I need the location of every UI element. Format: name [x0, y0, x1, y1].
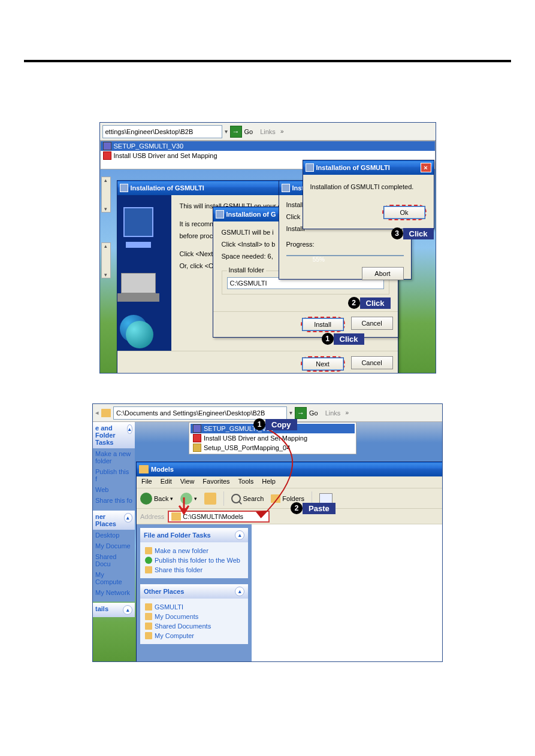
places-header[interactable]: ner Places▴	[93, 511, 135, 530]
go-button[interactable]: →	[295, 407, 307, 419]
installer-window-complete: Installation of GSMULTI × Installation o…	[303, 160, 434, 229]
details-header[interactable]: tails▴	[93, 603, 135, 617]
window-title: Installation of GSMULTI	[131, 184, 204, 192]
task-new-folder[interactable]: Make a new folder	[144, 546, 244, 555]
address-label: Address	[140, 513, 164, 520]
task-share[interactable]: Share this folder	[144, 565, 244, 575]
tasks-header[interactable]: e and Folder Tasks▴	[93, 422, 135, 448]
progress-label: Progress:	[286, 241, 404, 248]
sidebar-link[interactable]: Publish this f	[93, 466, 135, 484]
red-arrow-icon	[177, 496, 191, 517]
address-input[interactable]	[102, 125, 222, 138]
app-icon	[282, 184, 290, 192]
screenshot-1: ▾ → Go Links » SETUP_GSMULTI_V30 Install…	[99, 122, 436, 374]
links-label: Links	[260, 128, 276, 135]
highlight-circle: Install	[301, 317, 345, 332]
back-button[interactable]: Back▾	[140, 493, 173, 505]
badge-number: 2	[291, 502, 303, 514]
up-folder-icon[interactable]	[204, 493, 216, 505]
scroll-remnant: ▴▾	[101, 242, 111, 278]
app-icon	[216, 210, 224, 218]
progress-bar: 55%	[286, 255, 404, 256]
badge-number: 1	[253, 418, 265, 430]
chevron-icon: »	[345, 409, 349, 416]
chevron-icon: »	[280, 128, 284, 135]
sidebar-link[interactable]: My Compute	[93, 569, 135, 587]
next-button[interactable]: Next	[302, 357, 344, 371]
sidebar-link[interactable]: Make a new folder	[93, 448, 135, 466]
badge-label: Click	[403, 228, 434, 239]
message-text: Installation of GSMULTI completed.	[310, 183, 427, 190]
highlight-circle: Next	[301, 356, 345, 372]
window-title: Installation of GSMULTI	[316, 164, 390, 171]
sidebar-link[interactable]: Shared Docu	[93, 551, 135, 569]
wizard-sidebar-graphic	[117, 195, 171, 351]
places-header[interactable]: Other Places▴	[140, 584, 248, 599]
file-setup[interactable]: SETUP_GSMULTI_V30	[101, 141, 435, 151]
installer-icon	[193, 424, 201, 433]
badge-number: 1	[322, 333, 334, 345]
go-label: Go	[244, 128, 253, 135]
models-sidebar: File and Folder Tasks▴ Make a new folder…	[137, 524, 252, 661]
file-label: SETUP_GSMULTI_V30	[114, 142, 184, 150]
address-input[interactable]	[113, 406, 287, 420]
install-button[interactable]: Install	[302, 318, 344, 331]
pdf-icon	[193, 434, 201, 442]
annotation-copy: 1 Copy	[253, 418, 297, 430]
annotation-1: 1 Click	[322, 333, 364, 345]
cancel-button[interactable]: Cancel	[351, 317, 393, 330]
sidebar-link[interactable]: Share this fo	[93, 495, 135, 506]
go-label: Go	[309, 409, 318, 417]
links-label: Links	[325, 409, 341, 417]
badge-number: 2	[348, 297, 360, 309]
badge-label: Copy	[265, 419, 297, 430]
svg-marker-1	[256, 511, 267, 518]
menu-view[interactable]: View	[180, 478, 195, 487]
titlebar-4[interactable]: Installation of GSMULTI ×	[303, 160, 434, 175]
pdf-icon	[103, 151, 111, 160]
tasks-header[interactable]: File and Folder Tasks▴	[140, 528, 248, 542]
sidebar-link[interactable]: My Network	[93, 587, 135, 598]
file-pdf[interactable]: Install USB Driver and Set Mapping	[101, 151, 435, 160]
go-button[interactable]: →	[230, 126, 242, 138]
cancel-button[interactable]: Cancel	[351, 356, 393, 369]
groupbox-label: Install folder	[227, 266, 266, 274]
folder-icon	[101, 409, 111, 417]
svg-marker-0	[180, 508, 188, 515]
close-icon[interactable]: ×	[421, 163, 431, 172]
annotation-3: 3 Click	[391, 227, 434, 239]
page-divider	[24, 60, 511, 62]
window-title: Installation of G	[226, 211, 276, 218]
annotation-2: 2 Click	[348, 297, 391, 309]
badge-number: 3	[391, 227, 403, 239]
place-shared[interactable]: Shared Documents	[144, 621, 244, 631]
folder-icon	[139, 465, 149, 473]
app-icon	[306, 163, 314, 172]
screenshot-2: ◂ ▾ → Go Links » e and Folder Tasks▴ Mak…	[92, 403, 443, 662]
file-label: Install USB Driver and Set Mapping	[114, 152, 217, 159]
sidebar-link[interactable]: Desktop	[93, 530, 135, 541]
installer-icon	[103, 142, 111, 150]
highlight-circle: Ok	[382, 205, 427, 220]
sidebar-link[interactable]: My Docume	[93, 541, 135, 551]
badge-label: Paste	[303, 503, 335, 514]
menu-file[interactable]: File	[141, 478, 152, 487]
abort-button[interactable]: Abort	[362, 267, 404, 280]
models-content-area	[252, 524, 442, 661]
task-publish[interactable]: Publish this folder to the Web	[144, 555, 244, 565]
parent-sidebar-partial: e and Folder Tasks▴ Make a new folder Pu…	[93, 422, 135, 602]
place-mycomputer[interactable]: My Computer	[144, 631, 244, 640]
archive-icon	[193, 444, 201, 452]
window-title: Models	[151, 466, 174, 473]
app-icon	[120, 184, 128, 192]
place-mydocs[interactable]: My Documents	[144, 612, 244, 621]
badge-label: Click	[334, 333, 364, 345]
annotation-paste: 2 Paste	[291, 502, 335, 514]
place-gsmulti[interactable]: GSMULTI	[144, 602, 244, 612]
sidebar-link: Web	[93, 484, 135, 495]
badge-label: Click	[360, 297, 391, 309]
menu-edit[interactable]: Edit	[161, 478, 172, 487]
explorer-address-bar: ▾ → Go Links »	[100, 123, 436, 141]
ok-button[interactable]: Ok	[383, 206, 425, 219]
scroll-remnant: ▴▾	[101, 177, 111, 212]
